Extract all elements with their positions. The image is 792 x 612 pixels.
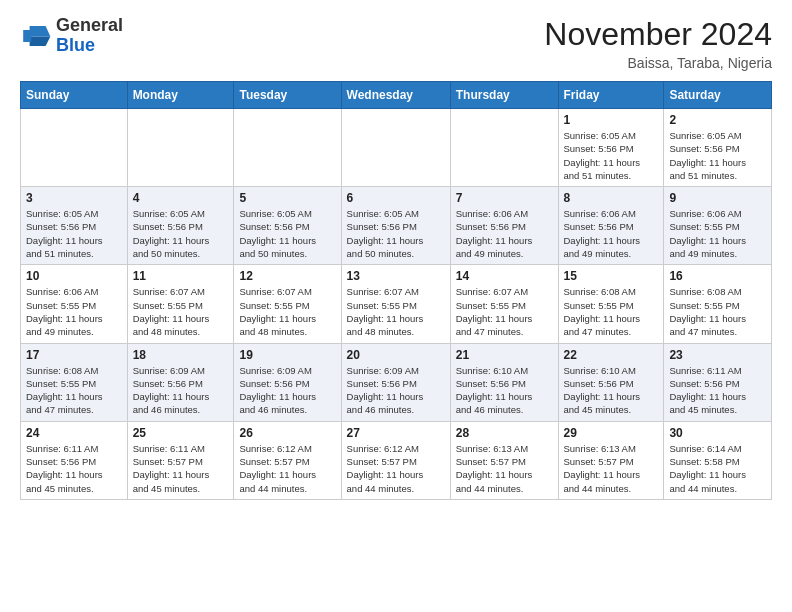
calendar-cell: 16Sunrise: 6:08 AMSunset: 5:55 PMDayligh…	[664, 265, 772, 343]
day-info: Sunrise: 6:07 AMSunset: 5:55 PMDaylight:…	[456, 285, 553, 338]
calendar-cell: 12Sunrise: 6:07 AMSunset: 5:55 PMDayligh…	[234, 265, 341, 343]
day-info: Sunrise: 6:07 AMSunset: 5:55 PMDaylight:…	[347, 285, 445, 338]
col-header-sunday: Sunday	[21, 82, 128, 109]
day-number: 1	[564, 113, 659, 127]
calendar-cell: 5Sunrise: 6:05 AMSunset: 5:56 PMDaylight…	[234, 187, 341, 265]
logo-text: General Blue	[56, 16, 123, 56]
calendar-cell: 4Sunrise: 6:05 AMSunset: 5:56 PMDaylight…	[127, 187, 234, 265]
day-info: Sunrise: 6:10 AMSunset: 5:56 PMDaylight:…	[564, 364, 659, 417]
calendar-cell: 10Sunrise: 6:06 AMSunset: 5:55 PMDayligh…	[21, 265, 128, 343]
day-number: 6	[347, 191, 445, 205]
day-number: 17	[26, 348, 122, 362]
day-info: Sunrise: 6:11 AMSunset: 5:56 PMDaylight:…	[669, 364, 766, 417]
day-info: Sunrise: 6:10 AMSunset: 5:56 PMDaylight:…	[456, 364, 553, 417]
day-info: Sunrise: 6:13 AMSunset: 5:57 PMDaylight:…	[564, 442, 659, 495]
day-number: 30	[669, 426, 766, 440]
day-info: Sunrise: 6:12 AMSunset: 5:57 PMDaylight:…	[239, 442, 335, 495]
day-number: 19	[239, 348, 335, 362]
svg-marker-2	[23, 30, 31, 42]
calendar-week-4: 17Sunrise: 6:08 AMSunset: 5:55 PMDayligh…	[21, 343, 772, 421]
calendar-cell: 21Sunrise: 6:10 AMSunset: 5:56 PMDayligh…	[450, 343, 558, 421]
day-number: 28	[456, 426, 553, 440]
calendar-week-3: 10Sunrise: 6:06 AMSunset: 5:55 PMDayligh…	[21, 265, 772, 343]
day-info: Sunrise: 6:09 AMSunset: 5:56 PMDaylight:…	[347, 364, 445, 417]
month-title: November 2024	[544, 16, 772, 53]
calendar-cell: 28Sunrise: 6:13 AMSunset: 5:57 PMDayligh…	[450, 421, 558, 499]
day-info: Sunrise: 6:09 AMSunset: 5:56 PMDaylight:…	[239, 364, 335, 417]
day-number: 3	[26, 191, 122, 205]
day-number: 21	[456, 348, 553, 362]
calendar-cell: 3Sunrise: 6:05 AMSunset: 5:56 PMDaylight…	[21, 187, 128, 265]
header: General Blue November 2024 Baissa, Tarab…	[20, 16, 772, 71]
day-info: Sunrise: 6:11 AMSunset: 5:56 PMDaylight:…	[26, 442, 122, 495]
calendar-cell	[127, 109, 234, 187]
day-number: 12	[239, 269, 335, 283]
calendar-cell: 17Sunrise: 6:08 AMSunset: 5:55 PMDayligh…	[21, 343, 128, 421]
day-info: Sunrise: 6:13 AMSunset: 5:57 PMDaylight:…	[456, 442, 553, 495]
calendar-cell: 30Sunrise: 6:14 AMSunset: 5:58 PMDayligh…	[664, 421, 772, 499]
calendar-cell: 11Sunrise: 6:07 AMSunset: 5:55 PMDayligh…	[127, 265, 234, 343]
day-info: Sunrise: 6:05 AMSunset: 5:56 PMDaylight:…	[26, 207, 122, 260]
calendar-cell	[450, 109, 558, 187]
col-header-friday: Friday	[558, 82, 664, 109]
calendar-cell: 24Sunrise: 6:11 AMSunset: 5:56 PMDayligh…	[21, 421, 128, 499]
calendar-cell	[21, 109, 128, 187]
calendar-cell: 9Sunrise: 6:06 AMSunset: 5:55 PMDaylight…	[664, 187, 772, 265]
calendar-cell: 8Sunrise: 6:06 AMSunset: 5:56 PMDaylight…	[558, 187, 664, 265]
logo: General Blue	[20, 16, 123, 56]
calendar-cell: 15Sunrise: 6:08 AMSunset: 5:55 PMDayligh…	[558, 265, 664, 343]
day-number: 4	[133, 191, 229, 205]
calendar-week-5: 24Sunrise: 6:11 AMSunset: 5:56 PMDayligh…	[21, 421, 772, 499]
day-number: 11	[133, 269, 229, 283]
day-number: 23	[669, 348, 766, 362]
day-number: 16	[669, 269, 766, 283]
day-number: 20	[347, 348, 445, 362]
calendar-cell: 18Sunrise: 6:09 AMSunset: 5:56 PMDayligh…	[127, 343, 234, 421]
day-number: 8	[564, 191, 659, 205]
day-number: 15	[564, 269, 659, 283]
day-number: 24	[26, 426, 122, 440]
day-info: Sunrise: 6:09 AMSunset: 5:56 PMDaylight:…	[133, 364, 229, 417]
day-number: 10	[26, 269, 122, 283]
day-number: 29	[564, 426, 659, 440]
col-header-saturday: Saturday	[664, 82, 772, 109]
calendar-cell: 2Sunrise: 6:05 AMSunset: 5:56 PMDaylight…	[664, 109, 772, 187]
day-number: 5	[239, 191, 335, 205]
day-number: 9	[669, 191, 766, 205]
day-info: Sunrise: 6:05 AMSunset: 5:56 PMDaylight:…	[669, 129, 766, 182]
day-info: Sunrise: 6:08 AMSunset: 5:55 PMDaylight:…	[26, 364, 122, 417]
day-info: Sunrise: 6:05 AMSunset: 5:56 PMDaylight:…	[133, 207, 229, 260]
day-number: 2	[669, 113, 766, 127]
calendar-week-2: 3Sunrise: 6:05 AMSunset: 5:56 PMDaylight…	[21, 187, 772, 265]
day-number: 25	[133, 426, 229, 440]
day-number: 14	[456, 269, 553, 283]
day-info: Sunrise: 6:05 AMSunset: 5:56 PMDaylight:…	[564, 129, 659, 182]
calendar-cell: 26Sunrise: 6:12 AMSunset: 5:57 PMDayligh…	[234, 421, 341, 499]
day-info: Sunrise: 6:07 AMSunset: 5:55 PMDaylight:…	[239, 285, 335, 338]
col-header-tuesday: Tuesday	[234, 82, 341, 109]
page: General Blue November 2024 Baissa, Tarab…	[0, 0, 792, 516]
calendar-week-1: 1Sunrise: 6:05 AMSunset: 5:56 PMDaylight…	[21, 109, 772, 187]
calendar-cell: 22Sunrise: 6:10 AMSunset: 5:56 PMDayligh…	[558, 343, 664, 421]
calendar-cell: 1Sunrise: 6:05 AMSunset: 5:56 PMDaylight…	[558, 109, 664, 187]
calendar-cell: 25Sunrise: 6:11 AMSunset: 5:57 PMDayligh…	[127, 421, 234, 499]
calendar-cell: 27Sunrise: 6:12 AMSunset: 5:57 PMDayligh…	[341, 421, 450, 499]
title-block: November 2024 Baissa, Taraba, Nigeria	[544, 16, 772, 71]
calendar-cell: 13Sunrise: 6:07 AMSunset: 5:55 PMDayligh…	[341, 265, 450, 343]
day-info: Sunrise: 6:11 AMSunset: 5:57 PMDaylight:…	[133, 442, 229, 495]
day-info: Sunrise: 6:08 AMSunset: 5:55 PMDaylight:…	[564, 285, 659, 338]
logo-icon	[20, 22, 52, 50]
calendar-cell	[234, 109, 341, 187]
day-info: Sunrise: 6:06 AMSunset: 5:55 PMDaylight:…	[669, 207, 766, 260]
day-info: Sunrise: 6:06 AMSunset: 5:56 PMDaylight:…	[456, 207, 553, 260]
calendar-cell: 14Sunrise: 6:07 AMSunset: 5:55 PMDayligh…	[450, 265, 558, 343]
calendar-cell: 7Sunrise: 6:06 AMSunset: 5:56 PMDaylight…	[450, 187, 558, 265]
day-number: 7	[456, 191, 553, 205]
day-info: Sunrise: 6:05 AMSunset: 5:56 PMDaylight:…	[239, 207, 335, 260]
day-info: Sunrise: 6:06 AMSunset: 5:55 PMDaylight:…	[26, 285, 122, 338]
day-info: Sunrise: 6:07 AMSunset: 5:55 PMDaylight:…	[133, 285, 229, 338]
day-number: 13	[347, 269, 445, 283]
day-info: Sunrise: 6:14 AMSunset: 5:58 PMDaylight:…	[669, 442, 766, 495]
day-number: 27	[347, 426, 445, 440]
day-info: Sunrise: 6:12 AMSunset: 5:57 PMDaylight:…	[347, 442, 445, 495]
